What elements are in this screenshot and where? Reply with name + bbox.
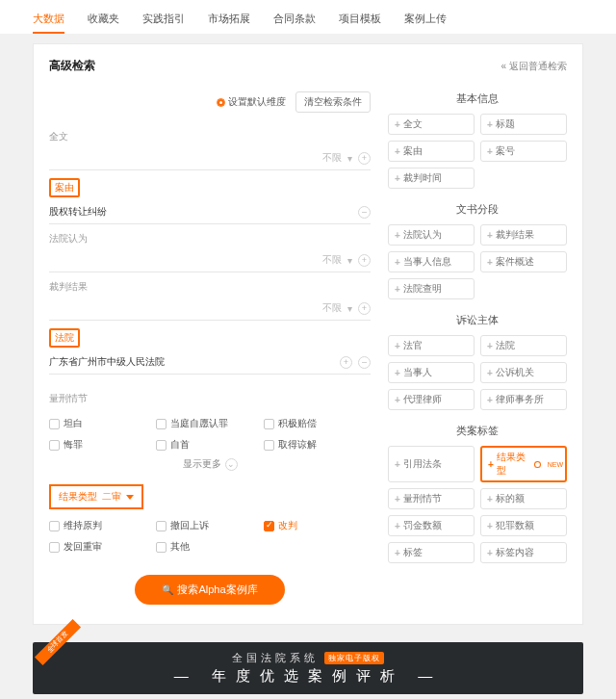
card-title: 高级检索 (49, 58, 95, 74)
chevron-down-icon (126, 495, 134, 500)
field-pill[interactable]: +案由 (388, 141, 475, 162)
tab-bigdata[interactable]: 大数据 (33, 8, 64, 34)
radio-icon (534, 461, 541, 468)
tab-market[interactable]: 市场拓展 (208, 8, 250, 34)
field-pill[interactable]: +律师事务所 (480, 389, 567, 410)
chevron-down-icon: ▾ (347, 255, 352, 266)
field-pill[interactable]: +法院 (480, 335, 567, 356)
section-tags-title: 类案标签 (388, 424, 567, 438)
field-pill[interactable]: +标的额 (480, 488, 567, 509)
verdict-label: 裁判结果 (49, 280, 88, 294)
result-opt-checked[interactable]: 改判 (264, 519, 371, 532)
section-party-title: 诉讼主体 (388, 313, 567, 327)
field-picker-panel: 基本信息 +全文 +标题 +案由 +案号 +裁判时间 文书分段 +法院认为 +裁… (388, 91, 567, 605)
tab-templates[interactable]: 项目模板 (339, 8, 381, 34)
cause-field[interactable]: 股权转让纠纷 – (49, 201, 371, 224)
chevron-down-icon: ▾ (347, 153, 352, 164)
field-pill[interactable]: +量刑情节 (388, 488, 475, 509)
verdict-field[interactable]: 不限▾+ (49, 298, 371, 321)
fulltext-field[interactable]: 不限▾+ (49, 147, 371, 170)
field-pill[interactable]: +标签 (388, 542, 475, 563)
chevron-down-icon: ▾ (347, 303, 352, 314)
field-pill[interactable]: +犯罪数额 (480, 515, 567, 536)
court-field[interactable]: 广东省广州市中级人民法院 +– (49, 351, 371, 375)
remove-icon[interactable]: – (358, 206, 371, 219)
sentencing-opt[interactable]: 坦白 (49, 417, 156, 430)
back-to-basic-link[interactable]: 返回普通检索 (500, 60, 567, 73)
field-pill[interactable]: +裁判时间 (388, 168, 475, 189)
result-options: 维持原判 撤回上诉 改判 发回重审 其他 (49, 519, 371, 554)
field-pill[interactable]: +案号 (480, 141, 567, 162)
field-pill[interactable]: +标签内容 (480, 542, 567, 563)
clear-filters-button[interactable]: 清空检索条件 (295, 91, 371, 113)
result-opt[interactable]: 维持原判 (49, 519, 156, 532)
court-opinion-field[interactable]: 不限▾+ (49, 249, 371, 272)
fulltext-label: 全文 (49, 130, 68, 143)
sentencing-label: 量刑情节 (49, 392, 88, 405)
add-icon[interactable]: + (358, 302, 371, 315)
result-opt[interactable]: 其他 (156, 540, 263, 554)
section-basic-title: 基本信息 (388, 91, 567, 106)
field-pill[interactable]: +引用法条 (388, 446, 475, 482)
field-pill[interactable]: +标题 (480, 114, 567, 135)
show-more-toggle[interactable]: 显示更多⌄ (49, 457, 371, 471)
field-pill[interactable]: +公诉机关 (480, 362, 567, 383)
chevron-down-icon: ⌄ (225, 458, 238, 471)
advanced-search-card: 高级检索 返回普通检索 设置默认维度 清空检索条件 全文 不限▾+ 案由 股权转… (33, 43, 583, 625)
field-pill[interactable]: +法院认为 (388, 224, 475, 246)
add-icon[interactable]: + (358, 152, 371, 165)
cause-label: 案由 (49, 178, 80, 197)
remove-icon[interactable]: – (358, 356, 371, 369)
result-opt[interactable]: 撤回上诉 (156, 519, 263, 532)
field-pill[interactable]: +法官 (388, 335, 475, 356)
sentencing-opt[interactable]: 当庭自愿认罪 (156, 417, 263, 430)
add-icon[interactable]: + (340, 356, 352, 369)
field-pill[interactable]: +裁判结果 (480, 224, 567, 246)
sentencing-opt[interactable]: 积极赔偿 (264, 417, 371, 430)
tab-guides[interactable]: 实践指引 (142, 8, 185, 34)
field-pill[interactable]: +全文 (388, 114, 475, 135)
field-pill[interactable]: +案件概述 (480, 251, 567, 272)
exclusive-badge: 独家电子版权 (324, 652, 384, 664)
field-pill[interactable]: +法院查明 (388, 278, 475, 299)
result-type-selector[interactable]: 结果类型 二审 (49, 484, 143, 509)
promo-banner[interactable]: 全球首发 全国法院系统独家电子版权 — 年度优选案例评析 — (33, 642, 583, 694)
field-pill[interactable]: +当事人信息 (388, 251, 475, 272)
sentencing-opt[interactable]: 悔罪 (49, 438, 156, 452)
sentencing-options: 坦白 当庭自愿认罪 积极赔偿 悔罪 自首 取得谅解 (49, 417, 371, 452)
field-pill[interactable]: +罚金数额 (388, 515, 475, 536)
result-opt[interactable]: 发回重审 (49, 540, 156, 554)
sentencing-opt[interactable]: 自首 (156, 438, 263, 452)
filters-panel: 设置默认维度 清空检索条件 全文 不限▾+ 案由 股权转让纠纷 – 法院认为 不… (49, 91, 371, 605)
court-label: 法院 (49, 328, 80, 348)
search-button[interactable]: 搜索Alpha案例库 (135, 575, 284, 605)
field-pill[interactable]: +代理律师 (388, 389, 475, 410)
add-icon[interactable]: + (358, 254, 371, 267)
tab-contract[interactable]: 合同条款 (273, 8, 316, 34)
nav-tabs: 大数据 收藏夹 实践指引 市场拓展 合同条款 项目模板 案例上传 (0, 0, 616, 34)
tab-favorites[interactable]: 收藏夹 (88, 8, 119, 34)
corner-badge: 全球首发 (35, 619, 81, 665)
section-doc-title: 文书分段 (388, 202, 567, 217)
field-pill-result-type[interactable]: +结果类型NEW (480, 446, 567, 482)
court-opinion-label: 法院认为 (49, 232, 88, 246)
set-default-radio[interactable]: 设置默认维度 (217, 95, 286, 109)
sentencing-opt[interactable]: 取得谅解 (264, 438, 371, 452)
field-pill[interactable]: +当事人 (388, 362, 475, 383)
tab-upload[interactable]: 案例上传 (404, 8, 447, 34)
